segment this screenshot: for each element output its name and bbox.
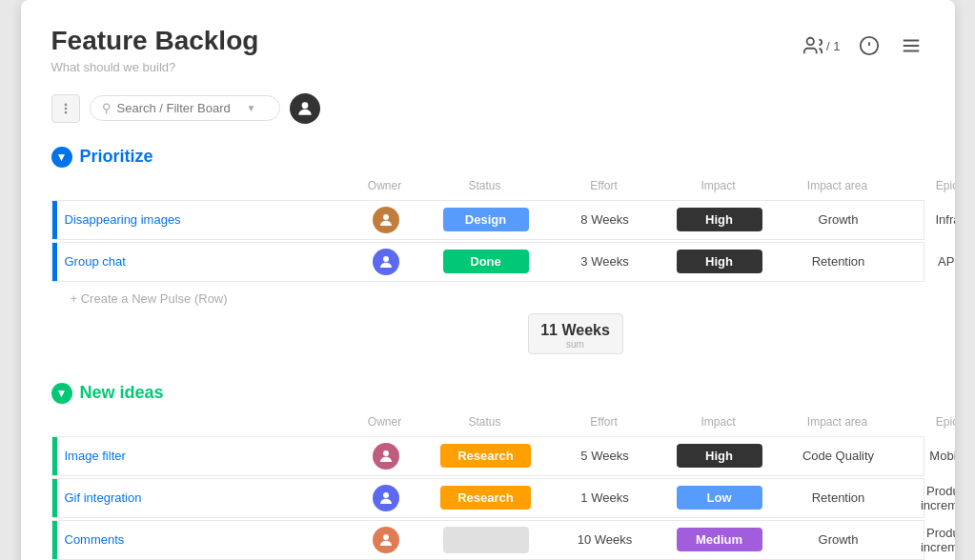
- col-header-6: Epic: [900, 179, 955, 192]
- effort-cell: 5 Weeks: [548, 449, 662, 463]
- create-pulse-row[interactable]: + Create a New Pulse (Row): [51, 284, 924, 310]
- toolbar: ⚲ ▼: [51, 93, 924, 124]
- section-title-prioritize: Prioritize: [80, 147, 924, 167]
- svg-point-11: [383, 214, 389, 220]
- sum-wrapper: 11 Weeks sum: [51, 310, 924, 354]
- col-header-2: Status: [423, 415, 547, 429]
- epic-cell: Product increment: [901, 484, 955, 512]
- avatar: [373, 443, 399, 470]
- avatar: [373, 527, 399, 553]
- page-title: Feature Backlog: [51, 27, 259, 56]
- avatar: [373, 207, 399, 233]
- status-badge: Research: [440, 486, 531, 510]
- table-row: Comments 10 WeeksMediumGrowthProduct inc…: [51, 520, 924, 560]
- section-toggle-new-ideas[interactable]: ▼: [51, 383, 72, 404]
- epic-cell: Mobile: [901, 449, 955, 463]
- col-header-1: Owner: [347, 179, 423, 192]
- col-header-4: Impact: [661, 179, 776, 192]
- col-headers-new-ideas: OwnerStatusEffortImpactImpact areaEpic+: [51, 411, 924, 436]
- status-cell[interactable]: Design: [424, 208, 548, 231]
- svg-point-15: [383, 534, 389, 540]
- search-input[interactable]: [117, 101, 241, 115]
- svg-point-14: [383, 492, 389, 498]
- owner-cell: [348, 443, 424, 470]
- menu-icon[interactable]: [898, 32, 924, 59]
- users-icon: [802, 35, 823, 56]
- section-prioritize: ▼PrioritizeOwnerStatusEffortImpactImpact…: [51, 147, 924, 354]
- status-cell[interactable]: [424, 527, 548, 553]
- effort-cell: 8 Weeks: [548, 212, 662, 227]
- impact-cell[interactable]: Low: [662, 486, 777, 510]
- svg-point-7: [65, 108, 66, 109]
- svg-point-10: [301, 102, 308, 109]
- search-icon: ⚲: [102, 101, 112, 115]
- impact-area-cell: Growth: [777, 532, 901, 547]
- status-cell[interactable]: Research: [424, 444, 548, 468]
- row-left-1: Gif integration: [52, 479, 348, 517]
- impact-badge: High: [677, 208, 762, 231]
- owner-cell: [348, 207, 424, 233]
- row-title[interactable]: Comments: [57, 523, 132, 556]
- table-row: Group chat Done3 WeeksHighRetentionAPI: [51, 242, 924, 282]
- col-header-5: Impact area: [776, 415, 900, 429]
- row-left-1: Group chat: [52, 243, 348, 281]
- impact-cell[interactable]: High: [662, 250, 777, 273]
- table-row: Gif integration Research1 WeeksLowRetent…: [51, 478, 924, 518]
- status-badge: Done: [443, 250, 529, 273]
- owner-cell: [348, 485, 424, 511]
- chevron-down-icon: ▼: [56, 150, 68, 164]
- svg-point-0: [807, 38, 814, 45]
- row-title[interactable]: Disappearing images: [57, 203, 189, 236]
- status-badge: Research: [440, 444, 531, 468]
- header: Feature Backlog What should we build? / …: [51, 27, 924, 74]
- col-header-2: Status: [423, 179, 547, 192]
- row-left-0: Image filter: [52, 437, 348, 475]
- status-cell[interactable]: Research: [424, 486, 548, 510]
- owner-cell: [348, 527, 424, 553]
- row-title[interactable]: Image filter: [57, 439, 133, 472]
- status-empty: [443, 527, 529, 553]
- status-badge: Design: [443, 208, 529, 231]
- impact-cell[interactable]: Medium: [662, 528, 777, 551]
- toolbar-extra-btn[interactable]: [51, 94, 80, 123]
- col-header-3: Effort: [547, 415, 661, 429]
- impact-badge: High: [677, 444, 762, 468]
- sections-container: ▼PrioritizeOwnerStatusEffortImpactImpact…: [51, 147, 924, 560]
- impact-cell[interactable]: High: [662, 208, 777, 231]
- app-container: Feature Backlog What should we build? / …: [21, 0, 955, 560]
- status-cell[interactable]: Done: [424, 250, 548, 273]
- impact-area-cell: Retention: [777, 254, 901, 269]
- col-header-3: Effort: [547, 179, 661, 192]
- row-title[interactable]: Group chat: [57, 245, 133, 278]
- chevron-down-icon: ▼: [56, 387, 68, 400]
- effort-cell: 3 Weeks: [548, 254, 662, 269]
- col-header-5: Impact area: [776, 179, 900, 192]
- row-left-0: Disappearing images: [52, 201, 348, 239]
- user-avatar-btn[interactable]: [290, 93, 320, 124]
- table-row: Disappearing images Design8 WeeksHighGro…: [51, 200, 924, 240]
- impact-area-cell: Growth: [777, 212, 901, 227]
- avatar: [373, 249, 399, 275]
- svg-point-12: [383, 256, 389, 262]
- section-toggle-prioritize[interactable]: ▼: [51, 147, 72, 168]
- search-box[interactable]: ⚲ ▼: [90, 95, 280, 121]
- col-header-1: Owner: [347, 415, 423, 429]
- row-left-2: Comments: [52, 521, 348, 559]
- col-header-4: Impact: [661, 415, 776, 429]
- impact-badge: High: [677, 250, 762, 273]
- col-header-6: Epic: [900, 415, 955, 429]
- header-left: Feature Backlog What should we build?: [51, 27, 259, 74]
- svg-point-9: [65, 111, 66, 112]
- svg-point-13: [383, 450, 389, 456]
- impact-badge: Medium: [677, 528, 762, 551]
- section-new-ideas: ▼New ideasOwnerStatusEffortImpactImpact …: [51, 383, 924, 560]
- row-title[interactable]: Gif integration: [57, 481, 150, 514]
- avatar-icon: [295, 99, 315, 118]
- effort-cell: 10 Weeks: [548, 532, 662, 547]
- search-dropdown-arrow[interactable]: ▼: [247, 103, 256, 113]
- col-headers-prioritize: OwnerStatusEffortImpactImpact areaEpic+: [51, 175, 924, 200]
- epic-cell: Product increment: [901, 526, 955, 554]
- section-title-new-ideas: New ideas: [80, 383, 924, 403]
- notifications-icon[interactable]: [856, 32, 883, 59]
- impact-cell[interactable]: High: [662, 444, 777, 468]
